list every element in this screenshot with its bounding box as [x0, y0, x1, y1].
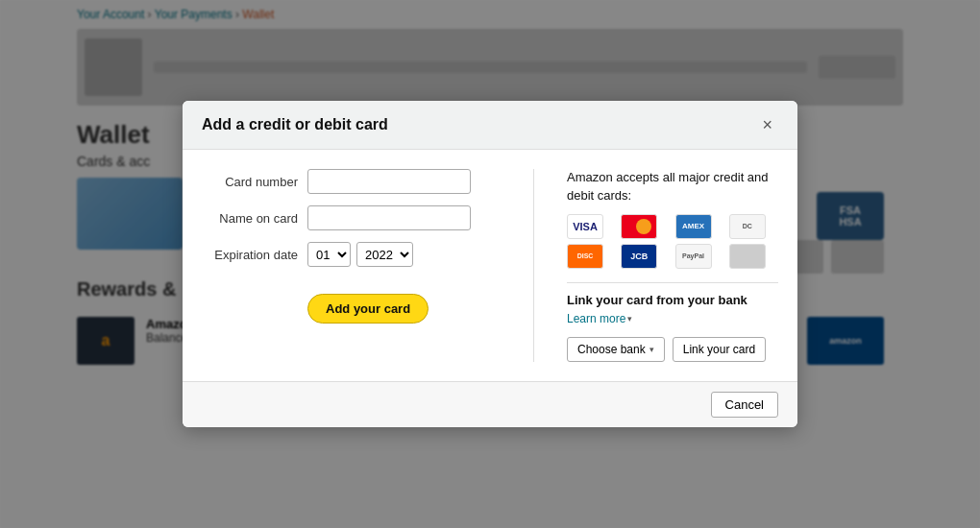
- discover-logo: DISC: [567, 244, 603, 269]
- jcb-logo: JCB: [621, 244, 657, 269]
- modal-header: Add a credit or debit card ×: [183, 101, 797, 150]
- expiration-date-label: Expiration date: [202, 248, 307, 262]
- modal-body: Card number Name on card Expiration date…: [183, 150, 797, 380]
- learn-more-link[interactable]: Learn more ▾: [567, 312, 632, 325]
- month-select[interactable]: 010203 040506 070809 101112: [307, 242, 351, 267]
- choose-bank-chevron: ▾: [649, 345, 654, 354]
- paypal-logo: PayPal: [675, 244, 712, 269]
- card-number-row: Card number: [202, 169, 501, 194]
- generic-card-logo: [729, 244, 766, 269]
- name-on-card-row: Name on card: [202, 205, 501, 230]
- modal-close-button[interactable]: ×: [756, 114, 778, 135]
- amex-logo: AMEX: [675, 214, 712, 239]
- add-card-modal: Add a credit or debit card × Card number…: [183, 101, 797, 426]
- info-divider: [567, 282, 778, 283]
- card-form-section: Card number Name on card Expiration date…: [202, 169, 501, 361]
- modal-overlay: Add a credit or debit card × Card number…: [0, 0, 980, 528]
- bank-actions: Choose bank ▾ Link your card: [567, 337, 778, 362]
- modal-body-divider: [533, 169, 534, 361]
- modal-footer: Cancel: [183, 381, 797, 427]
- link-card-button[interactable]: Link your card: [673, 337, 766, 362]
- mastercard-logo: [621, 214, 657, 239]
- diners-logo: DC: [729, 214, 766, 239]
- add-card-button[interactable]: Add your card: [307, 294, 429, 324]
- expiration-date-row: Expiration date 010203 040506 070809 101…: [202, 242, 501, 267]
- card-logos-grid: VISA AMEX DC DISC JCB PayPal: [567, 214, 778, 269]
- card-number-input[interactable]: [307, 169, 471, 194]
- expiry-selects: 010203 040506 070809 101112 202220232024…: [307, 242, 413, 267]
- card-info-section: Amazon accepts all major credit and debi…: [567, 169, 778, 361]
- year-select[interactable]: 202220232024 202520262027 202820292030: [356, 242, 413, 267]
- cancel-button[interactable]: Cancel: [711, 392, 778, 418]
- visa-logo: VISA: [567, 214, 603, 239]
- name-on-card-input[interactable]: [307, 205, 471, 230]
- name-on-card-label: Name on card: [202, 211, 307, 226]
- chevron-down-icon: ▾: [627, 314, 632, 324]
- link-bank-title: Link your card from your bank: [567, 293, 778, 307]
- choose-bank-button[interactable]: Choose bank ▾: [567, 337, 665, 362]
- accepted-cards-text: Amazon accepts all major credit and debi…: [567, 169, 778, 204]
- modal-title: Add a credit or debit card: [202, 116, 388, 133]
- card-number-label: Card number: [202, 175, 307, 189]
